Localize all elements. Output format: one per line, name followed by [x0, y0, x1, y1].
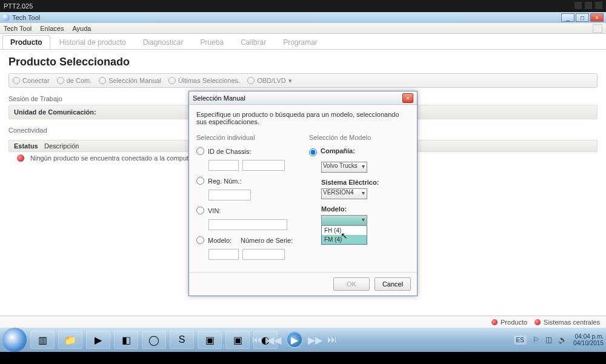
- app-title-text: Tech Tool: [12, 14, 40, 21]
- dialog-description: Especifique un producto o búsqueda para …: [196, 111, 410, 125]
- tab-producto[interactable]: Producto: [2, 35, 50, 49]
- plug-icon: [247, 77, 255, 84]
- compania-label: Compañía:: [321, 147, 355, 154]
- maximize-button[interactable]: □: [576, 13, 589, 22]
- status-dot-icon: [534, 319, 541, 325]
- tray-network-icon[interactable]: ◫: [545, 336, 552, 344]
- col-modelo-title: Selección de Modelo: [309, 134, 410, 141]
- toolbar: Conectar de Com. Selección Manual Última…: [8, 73, 598, 88]
- radio-chassis[interactable]: [196, 147, 204, 155]
- toolbar-obd[interactable]: OBD/LVD ▾: [247, 77, 291, 85]
- media-play-button[interactable]: ▶: [286, 331, 303, 348]
- reg-input[interactable]: [208, 190, 251, 200]
- help-icon[interactable]: [593, 24, 602, 33]
- status-producto: Producto: [491, 319, 527, 326]
- ok-button[interactable]: OK: [333, 277, 370, 291]
- close-button[interactable]: ×: [590, 13, 604, 22]
- modelo-dropdown: FH (4) FM (4): [321, 225, 367, 245]
- media-controls: ⏮ ◀◀ ▶ ▶▶ ⏭: [252, 331, 337, 348]
- radio-modelo[interactable]: [196, 236, 204, 244]
- tray-volume-icon[interactable]: 🔊: [558, 336, 567, 344]
- app-status-bar: Producto Sistemas centrales: [0, 316, 606, 328]
- numero-serie-label: Número de Serie:: [241, 237, 293, 244]
- start-button[interactable]: [2, 328, 27, 352]
- chassis-input-1[interactable]: [208, 160, 239, 171]
- status-sistemas: Sistemas centrales: [534, 319, 600, 326]
- media-next-icon[interactable]: ⏭: [327, 334, 337, 345]
- dialog-close-button[interactable]: ×: [402, 93, 413, 103]
- gear-icon: [57, 77, 64, 84]
- tab-historial[interactable]: Historial de producto: [52, 35, 134, 49]
- media-prev-icon[interactable]: ⏮: [252, 334, 262, 345]
- radio-vin[interactable]: [196, 207, 204, 214]
- language-indicator[interactable]: ES: [514, 336, 527, 345]
- media-rewind-icon[interactable]: ◀◀: [267, 334, 281, 346]
- toolbar-decom[interactable]: de Com.: [57, 77, 92, 84]
- menu-item[interactable]: Enlaces: [40, 25, 64, 32]
- compania-select[interactable]: Volvo Trucks: [321, 162, 367, 173]
- status-error-icon: [17, 154, 24, 162]
- status-dot-icon: [491, 319, 498, 325]
- player-max-icon[interactable]: [585, 2, 592, 9]
- taskbar-app2-icon[interactable]: ▣: [225, 331, 250, 349]
- toolbar-ultimas[interactable]: Últimas Selecciones.: [168, 77, 240, 84]
- player-close-icon[interactable]: [595, 2, 602, 9]
- player-titlebar: PTT2.025: [0, 0, 606, 12]
- cancel-button[interactable]: Cancel: [375, 277, 411, 291]
- menu-item[interactable]: Tech Tool: [4, 25, 32, 32]
- col-desc: Descripción: [44, 142, 79, 150]
- modelo-label-2: Modelo:: [321, 205, 410, 213]
- player-window-buttons: [573, 2, 602, 10]
- tab-calibrar[interactable]: Calibrar: [233, 35, 274, 49]
- app-icon: [2, 14, 10, 21]
- media-forward-icon[interactable]: ▶▶: [308, 334, 322, 346]
- tab-programar[interactable]: Programar: [275, 35, 325, 49]
- tab-diagnosticar[interactable]: Diagnosticar: [135, 35, 191, 49]
- dialog-titlebar[interactable]: Selección Manual ×: [189, 91, 417, 105]
- windows-taskbar: ▥ 📁 ▶ ◧ ◯ S ▣ ▣ ◐ 53:14 ⏮ ◀◀ ▶ ▶▶ ⏭ ES ⚐…: [0, 328, 606, 352]
- serie-input[interactable]: [242, 249, 285, 260]
- minimize-button[interactable]: _: [561, 13, 574, 22]
- search-icon: [99, 77, 106, 84]
- taskbar-chrome-icon[interactable]: ◯: [142, 331, 166, 349]
- player-title-text: PTT2.025: [4, 2, 33, 10]
- history-icon: [168, 77, 176, 84]
- radio-reg[interactable]: [196, 177, 204, 185]
- page-title: Producto Seleccionado: [0, 50, 606, 73]
- player-min-icon[interactable]: [574, 2, 582, 9]
- toolbar-conectar[interactable]: Conectar: [13, 77, 50, 84]
- reg-label: Reg. Núm.:: [208, 177, 244, 185]
- modelo-option-fm4[interactable]: FM (4): [322, 235, 367, 244]
- tab-strip: Producto Historial de producto Diagnosti…: [0, 34, 606, 50]
- menu-bar: Tech Tool Enlaces Ayuda: [0, 23, 606, 34]
- chassis-label: ID de Chassis:: [208, 148, 251, 155]
- menu-item[interactable]: Ayuda: [72, 25, 91, 32]
- taskbar-folder-icon[interactable]: 📁: [58, 331, 82, 349]
- toolbar-seleccion-manual[interactable]: Selección Manual: [99, 77, 161, 84]
- modelo-label: Modelo:: [208, 237, 237, 244]
- modelo-input[interactable]: [208, 249, 239, 260]
- tray-flag-icon[interactable]: ⚐: [533, 336, 539, 344]
- row-desc: Ningún producto se encuentra conectado a…: [30, 154, 207, 162]
- modelo-option-fh4[interactable]: FH (4): [322, 226, 367, 235]
- vin-label: VIN:: [208, 207, 244, 214]
- system-clock[interactable]: 04:04 p.m. 04/10/2015: [573, 333, 604, 346]
- col-status: Estatus: [14, 142, 38, 150]
- chassis-input-2[interactable]: [242, 160, 285, 171]
- taskbar-explorer-icon[interactable]: ▥: [30, 331, 55, 349]
- media-timecode: 53:14: [215, 343, 228, 349]
- dialog-title-text: Selección Manual: [193, 94, 245, 102]
- taskbar-skype-icon[interactable]: S: [170, 331, 194, 349]
- col-individual-title: Selección individual: [196, 134, 297, 141]
- modelo-select[interactable]: [321, 215, 367, 226]
- taskbar-app-icon[interactable]: ◧: [114, 331, 138, 349]
- app-titlebar: Tech Tool _ □ ×: [0, 12, 606, 23]
- vin-input[interactable]: [208, 219, 287, 230]
- taskbar-media-icon[interactable]: ▶: [86, 331, 110, 349]
- tab-prueba[interactable]: Prueba: [192, 35, 231, 49]
- refresh-icon: [13, 77, 20, 84]
- radio-compania[interactable]: [309, 148, 317, 156]
- sistema-label: Sistema Eléctrico:: [321, 179, 410, 186]
- manual-selection-dialog: Selección Manual × Especifique un produc…: [188, 91, 418, 296]
- sistema-select[interactable]: VERSION4: [321, 188, 367, 199]
